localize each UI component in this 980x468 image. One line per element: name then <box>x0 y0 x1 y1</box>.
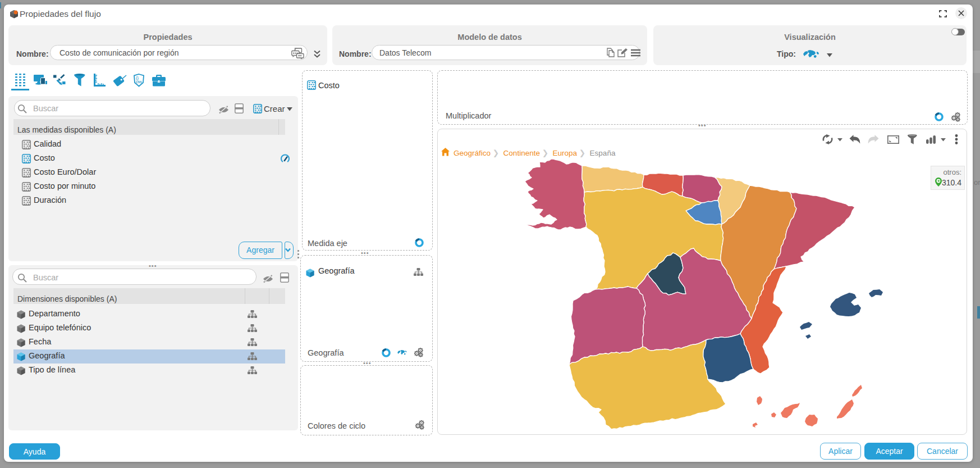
svg-text:{}: {} <box>136 75 139 80</box>
svg-text:CSS: CSS <box>136 80 142 84</box>
